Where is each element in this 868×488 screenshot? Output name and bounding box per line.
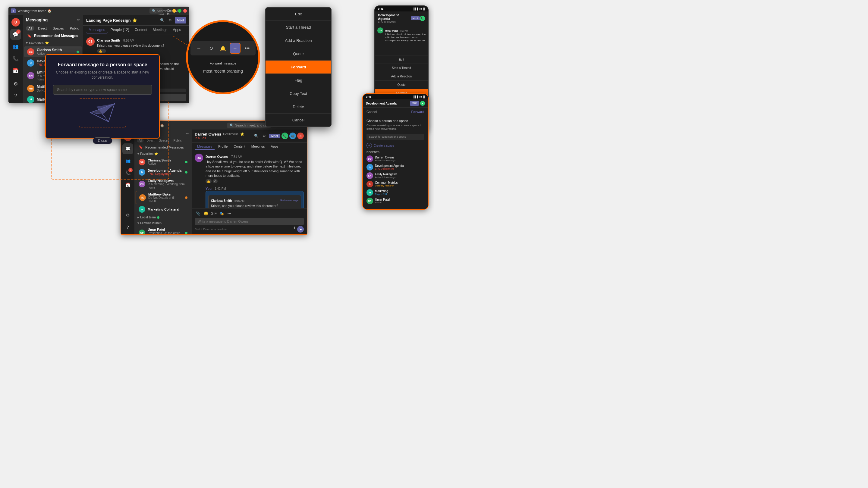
menu-copy-text[interactable]: Copy Text [266, 87, 331, 100]
tw2-compose-icon[interactable]: ✏ [186, 132, 189, 135]
toolbar-more-btn[interactable]: ••• [242, 43, 253, 54]
menu-quote[interactable]: Quote [266, 47, 331, 61]
tw2-calendar-icon[interactable]: 📅 [122, 180, 133, 190]
toolbar-forward-btn[interactable]: → [230, 43, 241, 54]
tab-meetings[interactable]: Meetings [150, 27, 170, 33]
tw2-search-btn[interactable]: 🔍 [253, 133, 260, 139]
mobile-call-icon[interactable]: 📞 [420, 16, 425, 21]
tw2-gif-btn[interactable]: GIF [210, 210, 217, 217]
search-bar[interactable]: 🔍 Search, meet, and call [150, 8, 163, 13]
tw2-channel-emily[interactable]: EN Emily Nakagawa In a meeting · Working… [135, 177, 190, 191]
tw2-channel-dev[interactable]: D Development Agenda ENG Deployment [135, 167, 190, 177]
avatar-icon[interactable]: U [10, 17, 21, 28]
compose-icon[interactable]: ✏ [77, 18, 80, 22]
close-button[interactable] [183, 9, 187, 13]
tw2-help-icon[interactable]: ? [122, 222, 133, 233]
menu-add-reaction[interactable]: Add a Reaction [266, 34, 331, 47]
tw2-emoji-btn[interactable]: 😊 [203, 210, 209, 217]
mobile2-create-space[interactable]: + Create a space [367, 143, 424, 148]
tw2-marketing-text: Marketing Collateral [148, 207, 187, 211]
maximize-button[interactable] [178, 9, 181, 13]
tw2-end-call-button[interactable]: ✕ [297, 133, 304, 139]
close-dialog-button[interactable]: Close [93, 137, 113, 144]
tw2-sticker-btn[interactable]: 🎭 [218, 210, 225, 217]
mobile-menu-start-thread[interactable]: Start a Thread [375, 64, 428, 72]
tw2-search-bar[interactable]: 🔍 Search, meet, and call [227, 123, 270, 128]
tab-content[interactable]: Content [132, 27, 150, 33]
menu-cancel[interactable]: Cancel [266, 113, 331, 127]
mobile-meet-btn-1[interactable]: Meet [411, 16, 420, 20]
tw2-phone-icon[interactable]: 📞 1 [122, 167, 133, 178]
tw2-filter-spaces[interactable]: Spaces [157, 138, 170, 142]
mobile2-create-space-label: Create a space [374, 144, 394, 147]
menu-flag[interactable]: Flag [266, 74, 331, 87]
calendar-icon-item[interactable]: 📅 [10, 65, 21, 76]
minimize-button[interactable] [173, 9, 176, 13]
tab-messages[interactable]: Messages [86, 27, 107, 33]
search-toolbar-btn[interactable]: 🔍 [159, 17, 166, 24]
mobile2-recent-emily[interactable]: EN Emily Nakagawa Active 25 mins ago [367, 172, 424, 179]
tw2-tab-messages[interactable]: Messages [195, 144, 215, 150]
mobile2-recent-common[interactable]: C Common Metrics Usability research [367, 181, 424, 187]
mobile2-meet-btn[interactable]: Meet [410, 101, 419, 106]
tw2-more-btn[interactable]: ••• [226, 210, 233, 217]
tw2-filter-direct[interactable]: Direct [145, 138, 156, 142]
mobile-menu-edit[interactable]: Edit [375, 56, 428, 64]
forward-search-input[interactable] [53, 85, 152, 95]
mobile2-search[interactable]: Search for a person or a space [367, 134, 424, 140]
tw2-tab-meetings[interactable]: Meetings [249, 144, 267, 150]
tw2-tab-profile[interactable]: Profile [216, 144, 230, 150]
tw2-send-button[interactable]: ➤ [297, 226, 304, 233]
mobile2-recent-dev[interactable]: D Development Agenda ENG Deployment [367, 164, 424, 170]
tw2-settings-btn[interactable]: ⚙ [261, 133, 268, 139]
tw2-chat-input[interactable] [195, 218, 304, 225]
tw2-channel-matthew[interactable]: MB Matthew Baker Do Not Disturb until 16… [135, 191, 190, 204]
help-icon-item[interactable]: ? [10, 90, 21, 101]
tw2-tab-content[interactable]: Content [231, 144, 248, 150]
filter-direct[interactable]: Direct [36, 26, 49, 31]
mobile2-recent-marketing[interactable]: M Marketing Project 191 [367, 189, 424, 196]
menu-delete[interactable]: Delete [266, 100, 331, 113]
tw2-channel-umar[interactable]: UP Umar Patel Presenting · At the office… [135, 226, 190, 234]
tw2-channel-clarissa[interactable]: CS Clarissa Smith Active [135, 157, 190, 167]
tw2-tab-apps[interactable]: Apps [269, 144, 281, 150]
tw2-attach-btn[interactable]: 📎 [195, 210, 201, 217]
tw2-chat-icon[interactable]: 💬 [122, 143, 133, 154]
menu-start-thread[interactable]: Start a Thread [266, 21, 331, 34]
meet-button[interactable]: Meet [175, 17, 186, 24]
tw2-call-button[interactable]: 📞 [281, 133, 288, 139]
tw2-filter-all[interactable]: All [137, 138, 144, 142]
settings-icon-item[interactable]: ⚙ [10, 78, 21, 89]
tw2-filter-public[interactable]: Public [172, 138, 184, 142]
mobile2-forward-button[interactable]: Forward [411, 110, 424, 113]
go-to-message-link[interactable]: Go to message [280, 199, 299, 202]
tw2-people-icon[interactable]: 👥 [122, 156, 133, 166]
tw2-channel-marketing[interactable]: M Marketing Collateral [135, 204, 190, 214]
filter-all[interactable]: All [26, 26, 34, 31]
toolbar-refresh-btn[interactable]: ↻ [206, 43, 216, 54]
filter-spaces[interactable]: Spaces [50, 26, 66, 31]
people-icon-item[interactable]: 👥 [10, 41, 21, 52]
mobile-menu-quote[interactable]: Quote [375, 81, 428, 89]
toolbar-back-btn[interactable]: ← [193, 43, 204, 54]
tab-apps[interactable]: Apps [170, 27, 183, 33]
recommended-item[interactable]: 🔖 Recommended Messages [24, 32, 82, 39]
mobile-menu-add-reaction[interactable]: Add a Reaction [375, 72, 428, 81]
toolbar-bell-btn[interactable]: 🔔 [218, 43, 228, 54]
mobile2-cancel-button[interactable]: Cancel [367, 110, 377, 113]
tab-people[interactable]: People (12) [108, 27, 132, 33]
settings-toolbar-btn[interactable]: ⚙ [167, 17, 174, 24]
tw2-video-button[interactable]: 📹 [289, 133, 296, 139]
phone-icon-item[interactable]: 📞 [10, 53, 21, 64]
connect-label[interactable]: Connect to a device [167, 9, 170, 13]
mobile2-recent-umar[interactable]: UP Umar Patel Active [367, 198, 424, 204]
tw2-recommended[interactable]: 🔖 Recommended Messages [135, 144, 190, 151]
filter-public[interactable]: Public [67, 26, 82, 31]
tw2-settings-icon[interactable]: ⚙ [122, 210, 133, 221]
menu-edit[interactable]: Edit [266, 7, 331, 21]
tw2-expand-btn[interactable]: ⬆ [293, 226, 296, 233]
mobile2-recent-darren[interactable]: DO Darren Owens Active 20 mins ago [367, 156, 424, 162]
chat-icon-item[interactable]: 💬 3 [10, 29, 21, 40]
menu-forward[interactable]: Forward [266, 61, 331, 74]
tw2-meet-button[interactable]: Meet [269, 134, 280, 138]
